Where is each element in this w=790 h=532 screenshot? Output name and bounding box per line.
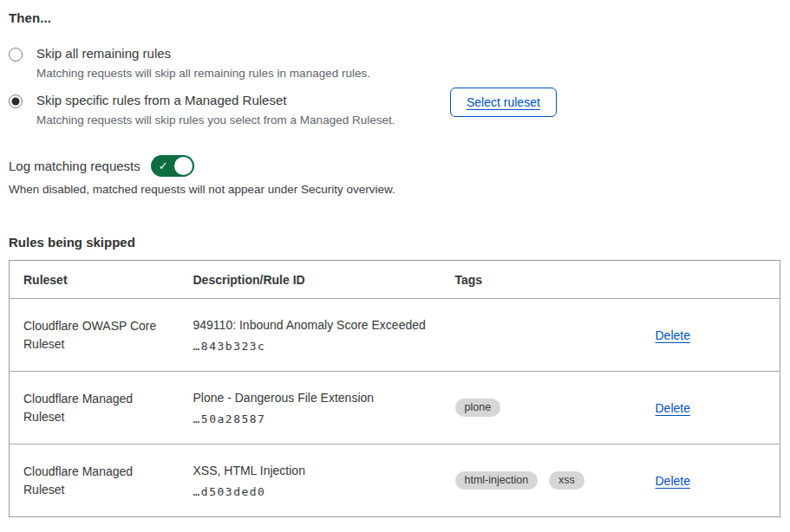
delete-link[interactable]: Delete bbox=[656, 401, 690, 415]
radio-option-skip-specific[interactable]: Skip specific rules from a Managed Rules… bbox=[9, 93, 442, 127]
select-ruleset-button[interactable]: Select ruleset bbox=[450, 88, 557, 117]
rule-description-cell: Plone - Dangerous File Extension …50a285… bbox=[180, 372, 441, 444]
radio-selected-icon[interactable] bbox=[9, 94, 23, 108]
tag-badge: plone bbox=[455, 399, 501, 417]
tag-badge: html-injection bbox=[455, 471, 539, 490]
radio-option-label: Skip all remaining rules bbox=[36, 46, 370, 62]
tags-cell bbox=[441, 299, 642, 372]
log-matching-label: Log matching requests bbox=[9, 159, 140, 173]
rule-id: …843b323c bbox=[193, 340, 428, 353]
actions-cell: Delete bbox=[642, 299, 780, 372]
tags-cell: html-injection xss bbox=[441, 444, 642, 517]
table-row: Cloudflare OWASP Core Ruleset 949110: In… bbox=[10, 299, 780, 372]
rule-description: XSS, HTML Injection bbox=[193, 464, 428, 478]
log-toggle[interactable]: ✓ bbox=[151, 155, 194, 177]
column-header-ruleset: Ruleset bbox=[10, 261, 180, 299]
table-row: Cloudflare Managed Ruleset XSS, HTML Inj… bbox=[10, 444, 780, 517]
log-matching-row: Log matching requests ✓ bbox=[9, 155, 781, 177]
radio-option-text: Skip specific rules from a Managed Rules… bbox=[36, 93, 395, 127]
rule-description-cell: XSS, HTML Injection …d503ded0 bbox=[180, 444, 441, 517]
tags-cell: plone bbox=[441, 372, 642, 444]
column-header-actions bbox=[642, 261, 780, 299]
radio-option-description: Matching requests will skip rules you se… bbox=[36, 114, 395, 127]
actions-cell: Delete bbox=[642, 444, 780, 517]
rule-id: …50a28587 bbox=[193, 412, 428, 425]
radio-option-text: Skip all remaining rules Matching reques… bbox=[36, 46, 370, 81]
column-header-tags: Tags bbox=[441, 261, 642, 299]
radio-option-skip-all[interactable]: Skip all remaining rules Matching reques… bbox=[9, 46, 442, 81]
rules-being-skipped-heading: Rules being skipped bbox=[9, 235, 781, 250]
ruleset-name: Cloudflare Managed Ruleset bbox=[10, 444, 180, 517]
radio-unselected-icon[interactable] bbox=[9, 48, 23, 62]
rule-description: Plone - Dangerous File Extension bbox=[193, 391, 428, 405]
waf-skip-rule-panel: Then... Skip all remaining rules Matchin… bbox=[0, 0, 790, 532]
actions-cell: Delete bbox=[642, 372, 780, 444]
log-matching-description: When disabled, matched requests will not… bbox=[9, 183, 781, 197]
check-icon: ✓ bbox=[159, 159, 168, 173]
table-header-row: Ruleset Description/Rule ID Tags bbox=[10, 261, 780, 299]
table-row: Cloudflare Managed Ruleset Plone - Dange… bbox=[10, 372, 780, 444]
rule-description: 949110: Inbound Anomaly Score Exceeded bbox=[193, 318, 428, 333]
radio-option-description: Matching requests will skip all remainin… bbox=[36, 67, 370, 81]
ruleset-name: Cloudflare OWASP Core Ruleset bbox=[10, 299, 180, 372]
toggle-knob bbox=[174, 157, 193, 175]
skipped-rules-table: Ruleset Description/Rule ID Tags Cloudfl… bbox=[9, 260, 780, 517]
tag-badge: xss bbox=[549, 471, 584, 490]
rule-description-cell: 949110: Inbound Anomaly Score Exceeded …… bbox=[180, 299, 441, 372]
ruleset-name: Cloudflare Managed Ruleset bbox=[10, 372, 180, 444]
radio-option-label: Skip specific rules from a Managed Rules… bbox=[36, 93, 395, 108]
delete-link[interactable]: Delete bbox=[656, 328, 690, 342]
then-heading: Then... bbox=[9, 10, 781, 25]
column-header-description: Description/Rule ID bbox=[180, 261, 441, 299]
rule-id: …d503ded0 bbox=[193, 485, 428, 498]
delete-link[interactable]: Delete bbox=[656, 474, 690, 488]
